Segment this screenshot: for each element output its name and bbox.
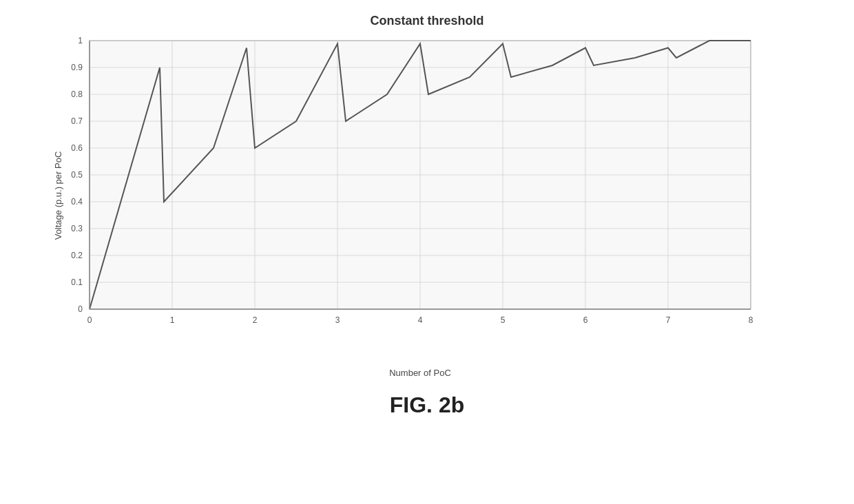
svg-text:0: 0 [78, 304, 83, 314]
svg-text:0.3: 0.3 [71, 224, 83, 233]
svg-text:0.4: 0.4 [71, 197, 83, 207]
svg-text:0.7: 0.7 [71, 116, 83, 126]
svg-text:5: 5 [501, 315, 506, 325]
chart-svg: 0 0.1 0.2 0.3 0.4 0.5 0.6 0.7 0.8 0.9 1 … [48, 34, 771, 344]
svg-text:0: 0 [87, 315, 92, 325]
fig-label: FIG. 2b [390, 392, 464, 418]
svg-text:0.6: 0.6 [71, 143, 83, 153]
svg-text:6: 6 [583, 315, 588, 325]
svg-text:0.2: 0.2 [71, 251, 83, 260]
svg-text:2: 2 [253, 315, 258, 325]
svg-text:3: 3 [335, 315, 340, 325]
svg-text:0.5: 0.5 [71, 170, 83, 180]
chart-inner: Voltage (p.u.) per PoC [48, 34, 806, 357]
svg-text:4: 4 [418, 315, 423, 325]
svg-text:0.9: 0.9 [71, 63, 83, 72]
svg-text:1: 1 [78, 36, 83, 45]
x-axis-label: Number of PoC [90, 368, 751, 378]
chart-area: Constant threshold Voltage (p.u.) per Po… [48, 14, 806, 372]
svg-text:0.1: 0.1 [71, 277, 83, 287]
svg-text:1: 1 [170, 315, 175, 325]
page-container: Constant threshold Voltage (p.u.) per Po… [0, 0, 854, 504]
svg-text:7: 7 [666, 315, 671, 325]
svg-text:0.8: 0.8 [71, 90, 83, 99]
chart-title: Constant threshold [48, 14, 806, 28]
svg-text:8: 8 [749, 315, 753, 325]
